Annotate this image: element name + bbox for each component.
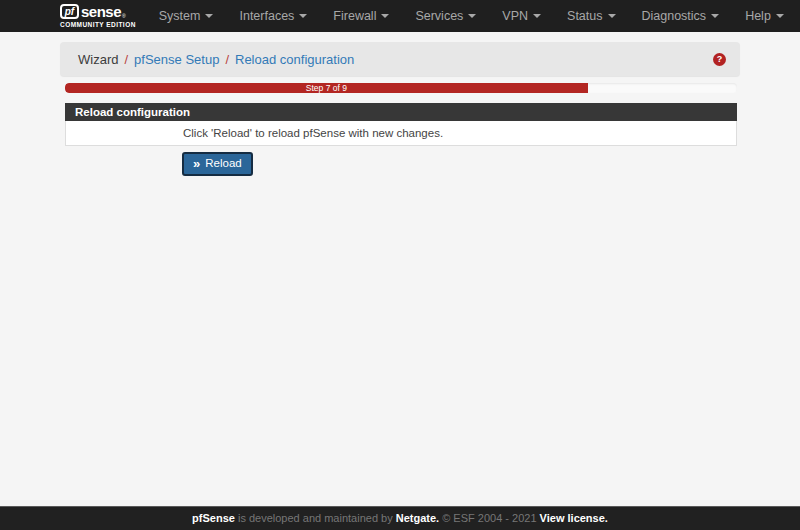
breadcrumb: Wizard / pfSense Setup / Reload configur… [60,42,740,76]
nav-item-firewall[interactable]: Firewall [320,0,402,32]
panel-title: Reload configuration [75,106,190,118]
wizard-progress-track: Step 7 of 9 [65,83,737,93]
caret-down-icon [299,14,307,18]
nav-item-diagnostics[interactable]: Diagnostics [629,0,733,32]
footer-view-license-link[interactable]: View license. [540,512,608,524]
reload-configuration-panel: Reload configuration Click 'Reload' to r… [65,103,737,146]
brand-sense-text: sense [81,4,121,19]
panel-instruction-text: Click 'Reload' to reload pfSense with ne… [183,127,726,139]
caret-down-icon [381,14,389,18]
breadcrumb-item-pfsense-setup[interactable]: pfSense Setup [134,52,219,67]
caret-down-icon [533,14,541,18]
brand-edition-text: COMMUNITY EDITION [60,21,136,28]
nav-item-label: VPN [502,9,528,23]
breadcrumb-separator: / [118,52,134,67]
breadcrumb-item-reload-configuration[interactable]: Reload configuration [235,52,354,67]
main-menu: System Interfaces Firewall Services VPN … [146,0,797,32]
panel-header: Reload configuration [65,103,737,121]
panel-body: Click 'Reload' to reload pfSense with ne… [65,121,737,146]
nav-item-label: Services [415,9,463,23]
reload-button[interactable]: » Reload [182,152,253,176]
nav-item-label: Status [567,9,602,23]
breadcrumb-item-wizard: Wizard [78,52,118,67]
nav-item-interfaces[interactable]: Interfaces [226,0,320,32]
nav-item-system[interactable]: System [146,0,227,32]
footer-netgate-link[interactable]: Netgate. [396,512,439,524]
caret-down-icon [711,14,719,18]
footer-copyright-text: © ESF 2004 - 2021 [439,512,539,524]
footer-text: is developed and maintained by [235,512,396,524]
caret-down-icon [468,14,476,18]
breadcrumb-separator: / [219,52,235,67]
nav-item-help[interactable]: Help [732,0,797,32]
page-footer: pfSense is developed and maintained by N… [0,506,800,530]
wizard-progress-fill: Step 7 of 9 [65,83,588,93]
reload-button-label: Reload [205,157,241,171]
registered-mark: ® [122,14,126,19]
wizard-progress-label: Step 7 of 9 [306,83,347,93]
nav-item-label: Firewall [333,9,376,23]
nav-item-services[interactable]: Services [402,0,489,32]
caret-down-icon [776,14,784,18]
caret-down-icon [205,14,213,18]
pf-logo-icon: pf [60,4,79,19]
help-icon[interactable]: ? [713,53,726,66]
nav-item-label: System [159,9,201,23]
top-navbar: pf sense ® COMMUNITY EDITION System Inte… [0,0,800,32]
footer-pfsense-text: pfSense [192,512,235,524]
double-chevron-right-icon: » [193,157,200,170]
pf-logo-text: pf [65,7,74,17]
nav-item-vpn[interactable]: VPN [489,0,554,32]
nav-item-label: Help [745,9,771,23]
pfsense-logo[interactable]: pf sense ® COMMUNITY EDITION [60,4,136,28]
nav-item-label: Diagnostics [642,9,707,23]
nav-item-status[interactable]: Status [554,0,628,32]
nav-item-label: Interfaces [239,9,294,23]
caret-down-icon [608,14,616,18]
